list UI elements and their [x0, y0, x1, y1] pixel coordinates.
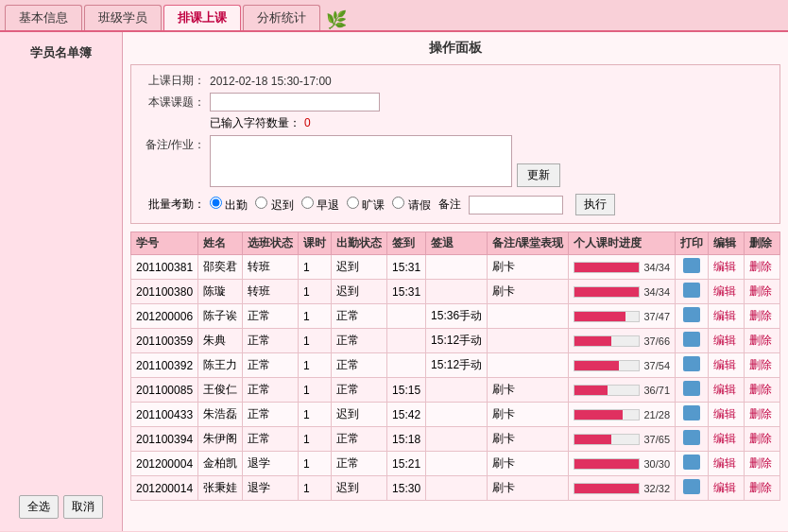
delete-link[interactable]: 删除 [749, 432, 772, 445]
cell-hours: 1 [299, 452, 332, 476]
th-delete: 删除 [745, 232, 780, 255]
cell-edit[interactable]: 编辑 [709, 378, 745, 403]
edit-link[interactable]: 编辑 [713, 260, 736, 273]
delete-link[interactable]: 删除 [749, 284, 772, 298]
radio-leave[interactable]: 请假 [392, 197, 430, 214]
cell-delete[interactable]: 删除 [745, 255, 780, 280]
progress-bar [574, 483, 640, 494]
tab-schedule[interactable]: 排课上课 [163, 5, 241, 30]
cell-print[interactable] [676, 353, 709, 378]
cell-status: 转班 [243, 255, 299, 280]
progress-text: 21/28 [643, 409, 670, 420]
cell-edit[interactable]: 编辑 [709, 304, 745, 329]
table-row: 201100359 朱典 正常 1 正常 15:12手动 37/66 编辑 删除 [131, 329, 780, 353]
cell-delete[interactable]: 删除 [745, 403, 780, 427]
tab-basic-info[interactable]: 基本信息 [5, 5, 82, 30]
delete-link[interactable]: 删除 [749, 383, 772, 396]
cell-delete[interactable]: 删除 [745, 280, 780, 304]
cancel-button[interactable]: 取消 [63, 495, 103, 519]
edit-link[interactable]: 编辑 [713, 481, 736, 494]
cell-print[interactable] [676, 403, 709, 427]
exec-button[interactable]: 执行 [575, 194, 615, 215]
cell-delete[interactable]: 删除 [745, 378, 780, 403]
remark-textarea[interactable] [210, 135, 512, 187]
cell-delete[interactable]: 删除 [745, 304, 780, 329]
print-icon[interactable] [683, 455, 700, 470]
radio-late[interactable]: 迟到 [255, 197, 293, 214]
th-attendance: 出勤状态 [332, 232, 387, 255]
radio-early[interactable]: 早退 [301, 197, 339, 214]
cell-print[interactable] [676, 304, 709, 329]
cell-print[interactable] [676, 378, 709, 403]
edit-link[interactable]: 编辑 [713, 284, 736, 298]
batch-remark-input[interactable] [469, 196, 563, 215]
cell-edit[interactable]: 编辑 [709, 427, 745, 452]
cell-print[interactable] [676, 476, 709, 501]
delete-link[interactable]: 删除 [749, 481, 772, 494]
print-icon[interactable] [683, 479, 700, 494]
delete-link[interactable]: 删除 [749, 456, 772, 470]
cell-remark [488, 304, 569, 329]
select-all-button[interactable]: 全选 [19, 495, 59, 519]
cell-remark: 刷卡 [488, 403, 569, 427]
radio-absent[interactable]: 旷课 [347, 197, 385, 214]
cell-edit[interactable]: 编辑 [709, 255, 745, 280]
print-icon[interactable] [683, 283, 700, 298]
tab-analysis[interactable]: 分析统计 [243, 5, 320, 30]
delete-link[interactable]: 删除 [749, 407, 772, 420]
print-icon[interactable] [683, 258, 700, 273]
cell-progress: 34/34 [569, 255, 676, 280]
cell-attendance: 正常 [332, 427, 387, 452]
cell-print[interactable] [676, 452, 709, 476]
cell-edit[interactable]: 编辑 [709, 329, 745, 353]
edit-link[interactable]: 编辑 [713, 383, 736, 396]
cell-print[interactable] [676, 427, 709, 452]
progress-text: 34/34 [643, 262, 670, 273]
print-icon[interactable] [683, 356, 700, 371]
cell-name: 陈王力 [198, 353, 243, 378]
right-panel: 操作面板 上课日期： 2012-02-18 15:30-17:00 本课课题： … [123, 32, 788, 531]
edit-link[interactable]: 编辑 [713, 456, 736, 470]
cell-edit[interactable]: 编辑 [709, 353, 745, 378]
cell-delete[interactable]: 删除 [745, 353, 780, 378]
print-icon[interactable] [683, 405, 700, 420]
radio-attend[interactable]: 出勤 [210, 197, 248, 214]
edit-link[interactable]: 编辑 [713, 432, 736, 445]
topic-input[interactable] [210, 93, 380, 112]
print-icon[interactable] [683, 381, 700, 396]
edit-link[interactable]: 编辑 [713, 334, 736, 347]
progress-fill [574, 484, 639, 493]
cell-print[interactable] [676, 329, 709, 353]
edit-link[interactable]: 编辑 [713, 407, 736, 420]
progress-bar [574, 360, 640, 371]
data-table: 学号 姓名 选班状态 课时 出勤状态 签到 签退 备注/课堂表现 个人课时进度 … [130, 232, 780, 501]
delete-link[interactable]: 删除 [749, 260, 772, 273]
cell-edit[interactable]: 编辑 [709, 452, 745, 476]
cell-print[interactable] [676, 255, 709, 280]
cell-edit[interactable]: 编辑 [709, 280, 745, 304]
update-button[interactable]: 更新 [517, 163, 560, 187]
main-container: 学员名单簿 全选 取消 操作面板 上课日期： 2012-02-18 15:30-… [0, 32, 788, 531]
progress-text: 34/34 [643, 286, 670, 298]
cell-edit[interactable]: 编辑 [709, 403, 745, 427]
progress-fill [574, 312, 625, 321]
char-count-row: 已输入字符数量：0 [139, 115, 772, 131]
edit-link[interactable]: 编辑 [713, 358, 736, 371]
cell-edit[interactable]: 编辑 [709, 476, 745, 501]
cell-delete[interactable]: 删除 [745, 427, 780, 452]
cell-remark: 刷卡 [488, 476, 569, 501]
print-icon[interactable] [683, 307, 700, 322]
cell-delete[interactable]: 删除 [745, 329, 780, 353]
cell-delete[interactable]: 删除 [745, 452, 780, 476]
cell-print[interactable] [676, 280, 709, 304]
delete-link[interactable]: 删除 [749, 334, 772, 347]
delete-link[interactable]: 删除 [749, 309, 772, 322]
edit-link[interactable]: 编辑 [713, 309, 736, 322]
cell-delete[interactable]: 删除 [745, 476, 780, 501]
progress-fill [574, 435, 611, 444]
print-icon[interactable] [683, 332, 700, 347]
delete-link[interactable]: 删除 [749, 358, 772, 371]
print-icon[interactable] [683, 430, 700, 445]
cell-id: 201100394 [131, 427, 198, 452]
tab-class-students[interactable]: 班级学员 [84, 5, 162, 30]
